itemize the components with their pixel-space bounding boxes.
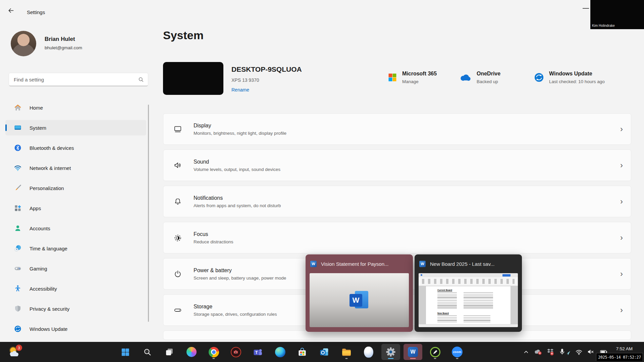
outlook-icon bbox=[319, 347, 329, 357]
search-input[interactable] bbox=[14, 77, 138, 82]
word-taskbar-preview-flyout: W Vision Statement for Payson... W W New… bbox=[306, 254, 522, 332]
task-view-icon bbox=[165, 347, 174, 357]
copilot-button[interactable] bbox=[182, 344, 201, 360]
preview-thumbnail[interactable]: W bbox=[310, 273, 409, 327]
task-view-button[interactable] bbox=[160, 344, 179, 360]
sidebar-item-accounts[interactable]: Accounts bbox=[5, 221, 146, 236]
doc-ribbon bbox=[419, 277, 518, 286]
avatar[interactable] bbox=[11, 31, 36, 56]
sidebar-item-label: Privacy & security bbox=[30, 306, 69, 312]
sidebar-item-gaming[interactable]: Gaming bbox=[5, 261, 146, 276]
word-icon: W bbox=[419, 261, 426, 267]
file-explorer-button[interactable] bbox=[337, 344, 356, 360]
start-button[interactable] bbox=[116, 344, 135, 360]
quick-link-subtitle: Manage bbox=[402, 79, 437, 84]
outlook-button[interactable] bbox=[315, 344, 334, 360]
edge-button[interactable] bbox=[271, 344, 289, 360]
sidebar-item-label: Windows Update bbox=[30, 326, 67, 332]
word-icon: W bbox=[310, 261, 317, 267]
preview-window-vision-statement[interactable]: W Vision Statement for Payson... W bbox=[306, 254, 413, 332]
system-icon bbox=[14, 124, 21, 131]
sound-icon bbox=[173, 161, 182, 170]
chevron-right-icon[interactable]: › bbox=[620, 234, 623, 242]
wifi-icon[interactable] bbox=[575, 348, 583, 356]
settings-row-display[interactable]: DisplayMonitors, brightness, night light… bbox=[163, 113, 631, 145]
word-taskbar-button[interactable]: W bbox=[404, 344, 422, 360]
sidebar-item-network-internet[interactable]: Network & internet bbox=[5, 160, 146, 176]
search-box[interactable] bbox=[9, 73, 148, 86]
sidebar-item-time-language[interactable]: Time & language bbox=[5, 241, 146, 256]
quick-link-subtitle: Last checked: 10 hours ago bbox=[549, 79, 605, 84]
paint-orb-button[interactable] bbox=[359, 344, 378, 360]
sidebar-item-bluetooth-devices[interactable]: Bluetooth & devices bbox=[5, 140, 146, 156]
quick-link-title: Microsoft 365 bbox=[402, 71, 437, 77]
hidden-icons-chevron[interactable] bbox=[523, 349, 529, 355]
display-icon bbox=[173, 125, 182, 133]
sidebar-item-privacy-security[interactable]: Privacy & security bbox=[5, 301, 146, 316]
time-language-icon bbox=[14, 245, 21, 252]
teams-button[interactable]: T bbox=[249, 344, 267, 360]
minimize-button[interactable] bbox=[583, 8, 589, 9]
chevron-right-icon[interactable]: › bbox=[620, 125, 623, 133]
settings-row-notifications[interactable]: NotificationsAlerts from apps and system… bbox=[163, 186, 631, 217]
chrome-button[interactable] bbox=[204, 344, 223, 360]
sidebar-nav: Home System Bluetooth & devices Network … bbox=[5, 100, 146, 337]
quick-link-windows-update[interactable]: Windows UpdateLast checked: 10 hours ago bbox=[534, 68, 605, 87]
camera-app-button[interactable] bbox=[226, 344, 245, 360]
snagit-button[interactable] bbox=[426, 344, 444, 360]
sidebar-item-accessibility[interactable]: Accessibility bbox=[5, 281, 146, 296]
chevron-right-icon[interactable]: › bbox=[620, 270, 623, 278]
sidebar-scrollbar[interactable] bbox=[148, 105, 149, 322]
quick-link-subtitle: Backed up bbox=[477, 79, 500, 84]
quick-link-microsoft-365[interactable]: Microsoft 365Manage bbox=[388, 68, 437, 87]
widgets-button[interactable]: 3 bbox=[4, 345, 23, 359]
preview-title: Vision Statement for Payson... bbox=[321, 261, 389, 267]
settings-row-sound[interactable]: SoundVolume levels, output, input, sound… bbox=[163, 149, 631, 181]
chevron-right-icon[interactable]: › bbox=[620, 197, 623, 205]
sidebar-item-home[interactable]: Home bbox=[5, 100, 146, 115]
row-title: Power & battery bbox=[194, 267, 286, 274]
dropbox-error-icon[interactable] bbox=[546, 348, 554, 356]
row-title: Storage bbox=[194, 304, 277, 310]
back-button[interactable] bbox=[5, 5, 17, 15]
home-icon bbox=[14, 104, 21, 111]
taskbar-search-button[interactable] bbox=[138, 344, 157, 360]
rename-link[interactable]: Rename bbox=[231, 87, 249, 93]
chevron-right-icon[interactable]: › bbox=[620, 161, 623, 169]
back-arrow-icon bbox=[8, 7, 14, 14]
onedrive-error-icon[interactable] bbox=[533, 348, 542, 356]
microphone-location-icon[interactable] bbox=[559, 348, 571, 356]
preview-thumbnail[interactable]: Current Board New Board bbox=[419, 273, 518, 327]
sidebar-item-system[interactable]: System bbox=[5, 120, 146, 135]
quick-link-onedrive[interactable]: OneDriveBacked up bbox=[458, 68, 500, 87]
sidebar-item-personalization[interactable]: Personalization bbox=[5, 180, 146, 196]
meeting-video-overlay[interactable]: Kim Holindrake bbox=[590, 0, 644, 29]
volume-muted-icon[interactable] bbox=[587, 348, 595, 356]
search-icon bbox=[138, 77, 144, 82]
word-logo-icon: W bbox=[350, 291, 369, 310]
settings-row-focus[interactable]: FocusReduce distractions › bbox=[163, 222, 631, 253]
apps-icon bbox=[14, 204, 21, 212]
accessibility-icon bbox=[14, 285, 21, 292]
sidebar-item-label: Apps bbox=[30, 205, 41, 211]
row-subtitle: Screen and sleep, battery usage, power m… bbox=[194, 276, 286, 281]
zoom-button[interactable]: zoom bbox=[448, 344, 467, 360]
preview-window-new-board[interactable]: W New Board 2025 - Last sav... Current B… bbox=[415, 254, 522, 332]
sidebar-item-label: Personalization bbox=[30, 185, 64, 191]
row-title: Focus bbox=[194, 231, 233, 237]
settings-row-partial[interactable] bbox=[163, 330, 631, 340]
sidebar-item-windows-update[interactable]: Windows Update bbox=[5, 321, 146, 337]
row-title: Notifications bbox=[194, 195, 281, 201]
sidebar-item-label: Accessibility bbox=[30, 286, 57, 292]
profile-name: Brian Hulet bbox=[45, 36, 75, 43]
device-model: XPS 13 9370 bbox=[231, 77, 259, 83]
doc-heading: New Board bbox=[437, 312, 511, 314]
teams-icon: T bbox=[253, 347, 263, 357]
chevron-right-icon[interactable]: › bbox=[620, 306, 623, 314]
microsoft-store-button[interactable] bbox=[293, 344, 312, 360]
gaming-icon bbox=[14, 265, 21, 272]
bluetooth-icon bbox=[14, 144, 21, 152]
sidebar-item-apps[interactable]: Apps bbox=[5, 200, 146, 216]
settings-taskbar-button[interactable] bbox=[381, 344, 400, 360]
quick-link-title: Windows Update bbox=[549, 71, 605, 77]
